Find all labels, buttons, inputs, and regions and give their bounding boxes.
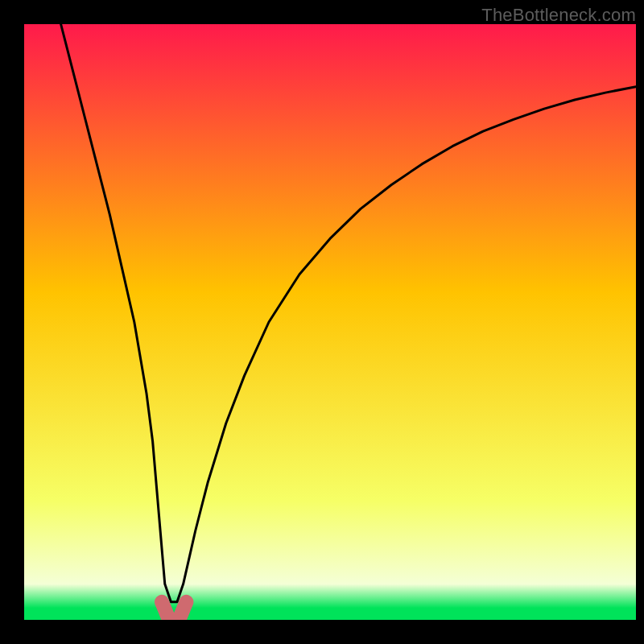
plot-svg xyxy=(24,24,636,620)
plot-area xyxy=(24,24,636,620)
chart-frame: TheBottleneck.com xyxy=(0,0,644,644)
gradient-background xyxy=(24,24,636,620)
watermark-text: TheBottleneck.com xyxy=(481,5,636,26)
